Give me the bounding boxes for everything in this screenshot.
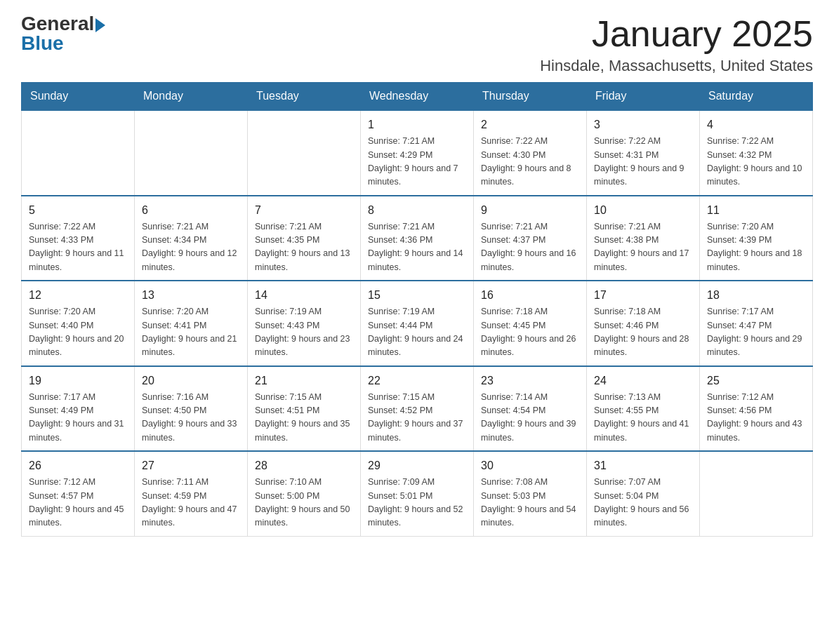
calendar-cell: 31Sunrise: 7:07 AM Sunset: 5:04 PM Dayli… <box>587 451 700 536</box>
weekday-header-sunday: Sunday <box>22 83 135 111</box>
calendar-cell <box>22 110 135 196</box>
day-info: Sunrise: 7:17 AM Sunset: 4:49 PM Dayligh… <box>29 391 127 445</box>
day-info: Sunrise: 7:18 AM Sunset: 4:45 PM Dayligh… <box>481 305 579 360</box>
calendar-cell: 8Sunrise: 7:21 AM Sunset: 4:36 PM Daylig… <box>361 196 474 281</box>
calendar-table: SundayMondayTuesdayWednesdayThursdayFrid… <box>21 82 813 537</box>
day-info: Sunrise: 7:22 AM Sunset: 4:32 PM Dayligh… <box>707 135 805 189</box>
day-info: Sunrise: 7:15 AM Sunset: 4:51 PM Dayligh… <box>255 391 353 445</box>
calendar-week-row: 5Sunrise: 7:22 AM Sunset: 4:33 PM Daylig… <box>22 196 813 281</box>
day-number: 9 <box>481 202 579 219</box>
calendar-cell: 1Sunrise: 7:21 AM Sunset: 4:29 PM Daylig… <box>361 110 474 196</box>
calendar-cell <box>248 110 361 196</box>
calendar-cell: 7Sunrise: 7:21 AM Sunset: 4:35 PM Daylig… <box>248 196 361 281</box>
day-number: 6 <box>142 202 240 219</box>
logo-general: General <box>21 14 94 34</box>
calendar-cell: 30Sunrise: 7:08 AM Sunset: 5:03 PM Dayli… <box>474 451 587 536</box>
calendar-cell: 14Sunrise: 7:19 AM Sunset: 4:43 PM Dayli… <box>248 281 361 366</box>
day-number: 30 <box>481 457 579 474</box>
day-info: Sunrise: 7:21 AM Sunset: 4:36 PM Dayligh… <box>368 220 466 275</box>
day-number: 5 <box>29 202 127 219</box>
day-number: 8 <box>368 202 466 219</box>
day-number: 22 <box>368 373 466 389</box>
calendar-cell: 24Sunrise: 7:13 AM Sunset: 4:55 PM Dayli… <box>587 366 700 452</box>
logo: General Blue <box>21 14 105 53</box>
weekday-header-monday: Monday <box>135 83 248 111</box>
calendar-header: SundayMondayTuesdayWednesdayThursdayFrid… <box>22 83 813 111</box>
day-info: Sunrise: 7:22 AM Sunset: 4:33 PM Dayligh… <box>29 220 127 275</box>
logo-wrapper: General Blue <box>21 14 105 53</box>
day-info: Sunrise: 7:20 AM Sunset: 4:40 PM Dayligh… <box>29 305 127 360</box>
weekday-header-row: SundayMondayTuesdayWednesdayThursdayFrid… <box>22 83 813 111</box>
weekday-header-friday: Friday <box>587 83 700 111</box>
day-number: 27 <box>142 457 240 474</box>
calendar-cell: 26Sunrise: 7:12 AM Sunset: 4:57 PM Dayli… <box>22 451 135 536</box>
calendar-cell: 19Sunrise: 7:17 AM Sunset: 4:49 PM Dayli… <box>22 366 135 452</box>
day-info: Sunrise: 7:15 AM Sunset: 4:52 PM Dayligh… <box>368 391 466 445</box>
day-number: 26 <box>29 457 127 474</box>
calendar-cell: 9Sunrise: 7:21 AM Sunset: 4:37 PM Daylig… <box>474 196 587 281</box>
day-info: Sunrise: 7:11 AM Sunset: 4:59 PM Dayligh… <box>142 476 240 530</box>
day-info: Sunrise: 7:16 AM Sunset: 4:50 PM Dayligh… <box>142 391 240 445</box>
month-year-title: January 2025 <box>540 14 813 54</box>
weekday-header-thursday: Thursday <box>474 83 587 111</box>
day-info: Sunrise: 7:14 AM Sunset: 4:54 PM Dayligh… <box>481 391 579 445</box>
day-info: Sunrise: 7:10 AM Sunset: 5:00 PM Dayligh… <box>255 476 353 530</box>
title-section: January 2025 Hinsdale, Massachusetts, Un… <box>540 14 813 75</box>
calendar-cell: 16Sunrise: 7:18 AM Sunset: 4:45 PM Dayli… <box>474 281 587 366</box>
day-number: 17 <box>594 287 692 304</box>
day-number: 16 <box>481 287 579 304</box>
calendar-cell: 3Sunrise: 7:22 AM Sunset: 4:31 PM Daylig… <box>587 110 700 196</box>
day-info: Sunrise: 7:18 AM Sunset: 4:46 PM Dayligh… <box>594 305 692 360</box>
day-number: 2 <box>481 116 579 133</box>
day-info: Sunrise: 7:22 AM Sunset: 4:31 PM Dayligh… <box>594 135 692 189</box>
day-info: Sunrise: 7:21 AM Sunset: 4:37 PM Dayligh… <box>481 220 579 275</box>
day-number: 14 <box>255 287 353 304</box>
calendar-cell: 28Sunrise: 7:10 AM Sunset: 5:00 PM Dayli… <box>248 451 361 536</box>
day-number: 10 <box>594 202 692 219</box>
day-number: 4 <box>707 116 805 133</box>
day-number: 31 <box>594 457 692 474</box>
weekday-header-tuesday: Tuesday <box>248 83 361 111</box>
calendar-body: 1Sunrise: 7:21 AM Sunset: 4:29 PM Daylig… <box>22 110 813 536</box>
calendar-cell: 29Sunrise: 7:09 AM Sunset: 5:01 PM Dayli… <box>361 451 474 536</box>
day-number: 29 <box>368 457 466 474</box>
day-info: Sunrise: 7:19 AM Sunset: 4:43 PM Dayligh… <box>255 305 353 360</box>
day-number: 1 <box>368 116 466 133</box>
calendar-cell: 4Sunrise: 7:22 AM Sunset: 4:32 PM Daylig… <box>700 110 813 196</box>
calendar-cell: 10Sunrise: 7:21 AM Sunset: 4:38 PM Dayli… <box>587 196 700 281</box>
day-info: Sunrise: 7:13 AM Sunset: 4:55 PM Dayligh… <box>594 391 692 445</box>
logo-blue: Blue <box>21 34 105 53</box>
calendar-cell: 25Sunrise: 7:12 AM Sunset: 4:56 PM Dayli… <box>700 366 813 452</box>
calendar-cell: 2Sunrise: 7:22 AM Sunset: 4:30 PM Daylig… <box>474 110 587 196</box>
day-number: 13 <box>142 287 240 304</box>
calendar-cell: 27Sunrise: 7:11 AM Sunset: 4:59 PM Dayli… <box>135 451 248 536</box>
day-number: 20 <box>142 373 240 389</box>
day-info: Sunrise: 7:21 AM Sunset: 4:34 PM Dayligh… <box>142 220 240 275</box>
day-number: 28 <box>255 457 353 474</box>
calendar-cell: 6Sunrise: 7:21 AM Sunset: 4:34 PM Daylig… <box>135 196 248 281</box>
calendar-cell: 13Sunrise: 7:20 AM Sunset: 4:41 PM Dayli… <box>135 281 248 366</box>
day-number: 3 <box>594 116 692 133</box>
calendar-cell: 18Sunrise: 7:17 AM Sunset: 4:47 PM Dayli… <box>700 281 813 366</box>
day-info: Sunrise: 7:20 AM Sunset: 4:41 PM Dayligh… <box>142 305 240 360</box>
calendar-cell <box>135 110 248 196</box>
day-number: 21 <box>255 373 353 389</box>
calendar-cell: 12Sunrise: 7:20 AM Sunset: 4:40 PM Dayli… <box>22 281 135 366</box>
day-number: 24 <box>594 373 692 389</box>
day-info: Sunrise: 7:09 AM Sunset: 5:01 PM Dayligh… <box>368 476 466 530</box>
page-header: General Blue January 2025 Hinsdale, Mass… <box>21 14 813 75</box>
day-info: Sunrise: 7:21 AM Sunset: 4:35 PM Dayligh… <box>255 220 353 275</box>
weekday-header-saturday: Saturday <box>700 83 813 111</box>
calendar-cell: 17Sunrise: 7:18 AM Sunset: 4:46 PM Dayli… <box>587 281 700 366</box>
calendar-cell: 20Sunrise: 7:16 AM Sunset: 4:50 PM Dayli… <box>135 366 248 452</box>
calendar-cell <box>700 451 813 536</box>
day-info: Sunrise: 7:07 AM Sunset: 5:04 PM Dayligh… <box>594 476 692 530</box>
day-info: Sunrise: 7:12 AM Sunset: 4:56 PM Dayligh… <box>707 391 805 445</box>
day-info: Sunrise: 7:22 AM Sunset: 4:30 PM Dayligh… <box>481 135 579 189</box>
calendar-week-row: 12Sunrise: 7:20 AM Sunset: 4:40 PM Dayli… <box>22 281 813 366</box>
calendar-cell: 5Sunrise: 7:22 AM Sunset: 4:33 PM Daylig… <box>22 196 135 281</box>
day-info: Sunrise: 7:20 AM Sunset: 4:39 PM Dayligh… <box>707 220 805 275</box>
calendar-cell: 22Sunrise: 7:15 AM Sunset: 4:52 PM Dayli… <box>361 366 474 452</box>
calendar-cell: 11Sunrise: 7:20 AM Sunset: 4:39 PM Dayli… <box>700 196 813 281</box>
calendar-cell: 23Sunrise: 7:14 AM Sunset: 4:54 PM Dayli… <box>474 366 587 452</box>
